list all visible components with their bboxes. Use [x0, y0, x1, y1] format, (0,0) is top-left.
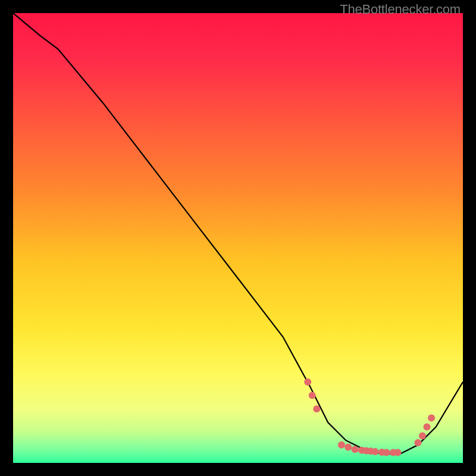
bottleneck-chart [13, 13, 463, 463]
data-point [304, 378, 311, 386]
data-point [428, 414, 435, 421]
data-point [394, 449, 401, 456]
data-point [345, 444, 352, 451]
data-point [338, 441, 345, 449]
data-point [309, 392, 316, 399]
chart-frame [13, 13, 463, 463]
data-point [352, 446, 359, 453]
data-point [419, 433, 426, 440]
data-point [372, 448, 379, 455]
watermark-text: TheBottlenecker.com [340, 2, 461, 17]
chart-background [13, 13, 463, 463]
data-point [424, 424, 431, 431]
data-point [383, 449, 390, 456]
data-point [313, 405, 320, 412]
data-point [414, 439, 421, 446]
